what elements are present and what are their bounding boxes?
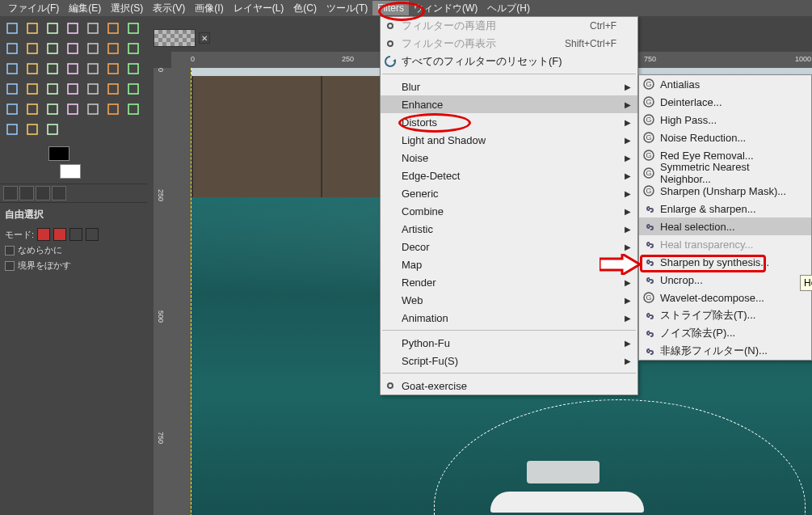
fg-bg-color[interactable] [48,146,81,179]
tool-gradient[interactable] [84,80,102,98]
tool-warp[interactable] [23,80,41,98]
menu-item-combine[interactable]: Combine▶ [381,202,637,220]
tool-flip[interactable] [124,60,142,78]
tool-measure[interactable] [64,40,82,57]
menu-item-decor[interactable]: Decor▶ [381,238,637,255]
menu-item-n[interactable]: 非線形フィルター(N)... [639,342,811,360]
menu-icon [384,80,397,93]
dock-tab[interactable] [3,186,18,201]
tool-mypaint[interactable] [64,100,82,118]
menu-item-goat-exercise[interactable]: Goat-exercise [381,377,637,395]
tool-perspective[interactable] [64,60,82,78]
fg-color-swatch[interactable] [48,146,69,161]
menu-レイヤー[interactable]: レイヤー(L) [229,0,289,17]
menu-item-blur[interactable]: Blur▶ [381,78,637,95]
menu-item-t[interactable]: ストライプ除去(T)... [639,306,811,324]
dock-tab[interactable] [19,186,34,201]
submenu-arrow-icon: ▶ [625,82,631,91]
menu-item-noise[interactable]: Noise▶ [381,149,637,167]
tool-eraser[interactable] [3,100,21,118]
tool-clone[interactable] [84,100,102,118]
menu-表示[interactable]: 表示(V) [148,0,190,17]
menu-item-reset-filters[interactable]: すべてのフィルターのリセット(F) [381,53,637,70]
menu-item-animation[interactable]: Animation▶ [381,309,637,327]
tool-foreground-select[interactable] [124,19,142,37]
menu-item-sharpen-unsharp-mask[interactable]: GSharpen (Unsharp Mask)... [639,182,811,200]
antialias-checkbox[interactable] [5,246,15,255]
menu-item-artistic[interactable]: Artistic▶ [381,220,637,238]
tool-handle[interactable] [104,60,122,78]
tool-align[interactable] [104,40,122,57]
menu-色[interactable]: 色(C) [288,0,322,17]
tool-cage[interactable] [3,80,21,98]
tool-smudge[interactable] [23,120,41,138]
dock-tab[interactable] [36,186,50,201]
bg-color-swatch[interactable] [60,164,81,179]
tool-pencil[interactable] [104,80,122,98]
menu-item-sharpen-by-synthesis[interactable]: Sharpen by synthesis... [639,253,811,271]
tool-zoom[interactable] [44,40,61,57]
tool-blur[interactable] [3,120,21,138]
menu-item-uncrop[interactable]: Uncrop... [639,271,811,289]
menu-item-edge-detect[interactable]: Edge-Detect▶ [381,167,637,184]
menu-item-map[interactable]: Map▶ [381,255,637,273]
image-tab[interactable] [154,29,196,47]
tool-bucket[interactable] [64,80,82,98]
tool-dodge[interactable] [44,120,61,138]
menu-icon [384,187,397,200]
tool-ellipse-select[interactable] [23,19,41,37]
mode-subtract[interactable] [69,228,82,241]
menu-item-render[interactable]: Render▶ [381,273,637,291]
dock-tab[interactable] [52,186,66,201]
tool-shear[interactable] [44,60,61,78]
tool-paths[interactable] [3,40,21,57]
menu-item-light-and-shadow[interactable]: Light and Shadow▶ [381,131,637,149]
menu-画像[interactable]: 画像(I) [190,0,228,17]
menu-選択[interactable]: 選択(S) [106,0,148,17]
tool-scale[interactable] [23,60,41,78]
menu-item-high-pass[interactable]: GHigh Pass... [639,111,811,129]
mode-intersect[interactable] [86,228,99,241]
menu-ファイル[interactable]: ファイル(F) [3,0,64,17]
menu-item-symmetric-nearest-neighbor[interactable]: GSymmetric Nearest Neighbor... [639,164,811,182]
tool-text[interactable] [44,80,61,98]
menu-item-wavelet-decompose[interactable]: GWavelet-decompose... [639,289,811,306]
menu-item-web[interactable]: Web▶ [381,291,637,309]
tool-rect-select[interactable] [3,19,21,37]
tool-color-select[interactable] [84,19,102,37]
menu-item-antialias[interactable]: GAntialias [639,75,811,93]
menu-filters[interactable]: Filters [372,1,409,15]
tool-free-select[interactable] [44,19,61,37]
menu-item-generic[interactable]: Generic▶ [381,184,637,202]
tool-perspective-clone[interactable] [124,100,142,118]
menu-item-p[interactable]: ノイズ除去(P)... [639,324,811,342]
menu-編集[interactable]: 編集(E) [64,0,106,17]
menu-item-enlarge-sharpen[interactable]: Enlarge & sharpen... [639,200,811,217]
menu-ツール[interactable]: ツール(T) [322,0,372,17]
tool-ink[interactable] [44,100,61,118]
menu-ウィンドウ[interactable]: ウィンドウ(W) [409,0,482,17]
tool-unified-transform[interactable] [84,60,102,78]
svg-rect-33 [108,104,118,114]
tool-move[interactable] [84,40,102,57]
menu-item-distorts[interactable]: Distorts▶ [381,113,637,131]
close-tab-button[interactable]: ✕ [199,32,210,44]
feather-checkbox[interactable] [5,261,15,271]
tool-heal[interactable] [104,100,122,118]
menu-item-script-fu[interactable]: Script-Fu(S)▶ [381,352,637,369]
menu-item-noise-reduction[interactable]: GNoise Reduction... [639,129,811,146]
tool-airbrush[interactable] [23,100,41,118]
menu-item-python-fu[interactable]: Python-Fu▶ [381,334,637,352]
mode-add[interactable] [53,228,66,241]
menu-item-heal-selection[interactable]: Heal selection... [639,217,811,235]
tool-paintbrush[interactable] [124,80,142,98]
tool-scissors[interactable] [104,19,122,37]
tool-rotate[interactable] [3,60,21,78]
tool-fuzzy-select[interactable] [64,19,82,37]
tool-crop[interactable] [124,40,142,57]
menu-item-enhance[interactable]: Enhance▶ [381,95,637,113]
menu-item-deinterlace[interactable]: GDeinterlace... [639,93,811,111]
tool-color-picker[interactable] [23,40,41,57]
menu-ヘルプ[interactable]: ヘルプ(H) [482,0,535,17]
mode-replace[interactable] [37,228,50,241]
